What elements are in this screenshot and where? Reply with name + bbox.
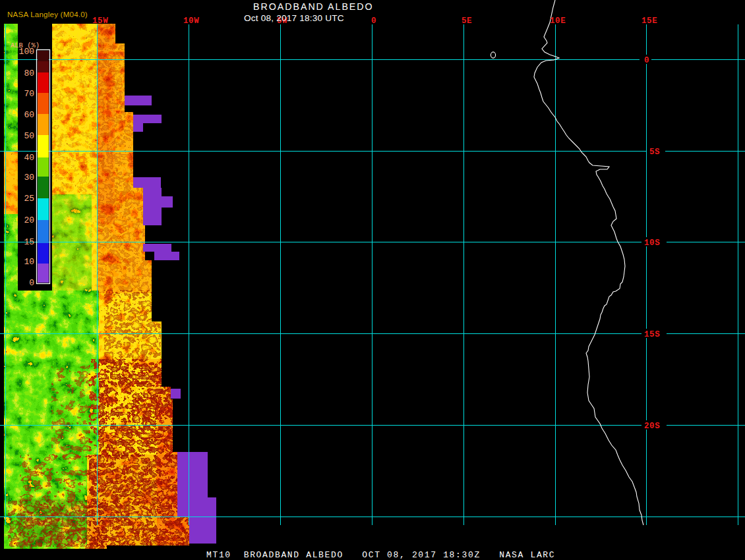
svg-text:0: 0 xyxy=(644,56,649,65)
svg-text:20S: 20S xyxy=(644,422,660,431)
svg-text:0: 0 xyxy=(29,278,34,288)
svg-text:15W: 15W xyxy=(92,16,108,26)
svg-text:10W: 10W xyxy=(183,16,199,26)
svg-text:0: 0 xyxy=(371,16,376,26)
svg-text:15E: 15E xyxy=(641,16,657,26)
svg-text:30: 30 xyxy=(24,173,34,182)
svg-text:Oct 08, 2017 18:30 UTC: Oct 08, 2017 18:30 UTC xyxy=(244,13,344,23)
svg-text:15: 15 xyxy=(24,237,34,247)
svg-text:BROADBAND ALBEDO: BROADBAND ALBEDO xyxy=(253,1,374,12)
svg-text:15S: 15S xyxy=(644,330,660,339)
svg-text:60: 60 xyxy=(24,110,34,120)
svg-text:10: 10 xyxy=(24,257,34,267)
svg-text:5E: 5E xyxy=(462,16,472,26)
svg-text:5S: 5S xyxy=(649,148,660,157)
svg-text:70: 70 xyxy=(24,89,34,99)
svg-text:NASA Langley (M04.0): NASA Langley (M04.0) xyxy=(7,10,88,18)
svg-text:10S: 10S xyxy=(644,238,660,248)
svg-text:50: 50 xyxy=(24,131,34,141)
svg-text:25: 25 xyxy=(24,194,34,204)
svg-text:ALB (%): ALB (%) xyxy=(11,42,40,49)
svg-text:MT10 BROADBAND ALBEDO OCT 0: MT10 BROADBAND ALBEDO OCT 08, 2017 18:30… xyxy=(206,550,555,560)
svg-text:40: 40 xyxy=(24,153,34,163)
svg-text:80: 80 xyxy=(24,69,34,78)
svg-text:10E: 10E xyxy=(550,16,566,26)
svg-text:20: 20 xyxy=(24,215,34,225)
